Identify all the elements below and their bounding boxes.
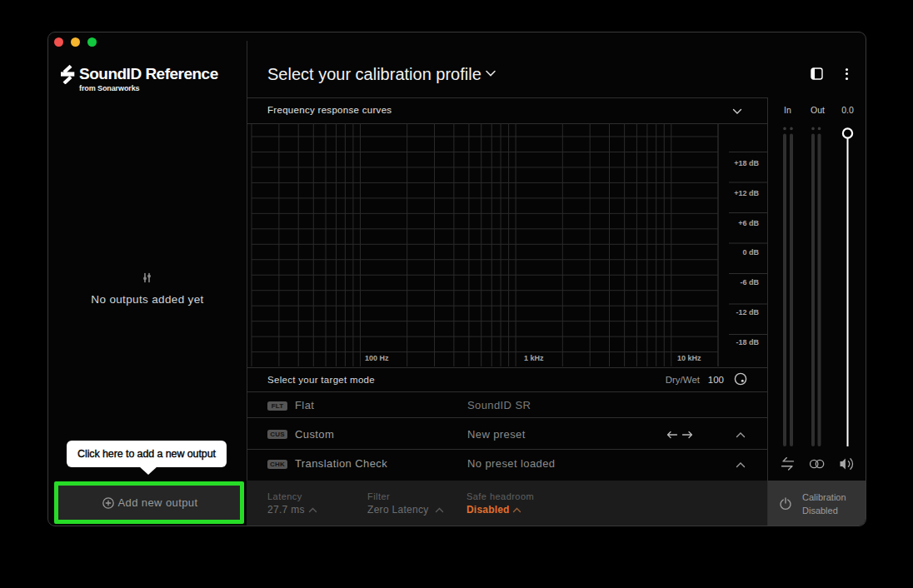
- svg-text:0 dB: 0 dB: [742, 248, 759, 257]
- svg-text:10 kHz: 10 kHz: [677, 354, 701, 362]
- svg-text:+18 dB: +18 dB: [734, 159, 759, 167]
- svg-text:+12 dB: +12 dB: [734, 189, 759, 197]
- svg-text:+6 dB: +6 dB: [738, 219, 759, 227]
- svg-text:1 kHz: 1 kHz: [524, 354, 544, 362]
- svg-text:-12 dB: -12 dB: [736, 308, 759, 316]
- svg-text:100 Hz: 100 Hz: [365, 354, 389, 362]
- svg-text:-18 dB: -18 dB: [736, 338, 759, 346]
- svg-text:-6 dB: -6 dB: [741, 278, 760, 287]
